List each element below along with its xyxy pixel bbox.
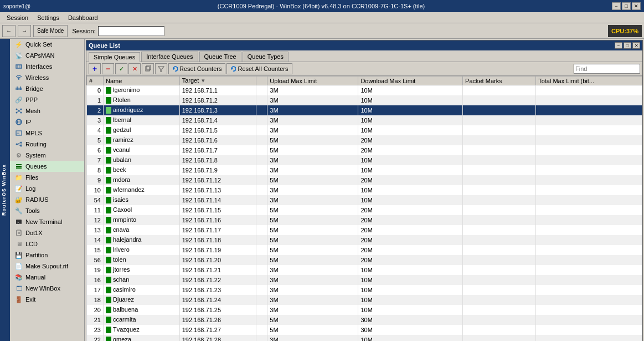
sidebar-item-files[interactable]: 📁 Files <box>10 172 84 183</box>
table-row[interactable]: 17casimiro192.168.71.233M10M <box>87 285 642 295</box>
queue-minimize-button[interactable]: − <box>615 42 622 49</box>
col-total[interactable]: Total Max Limit (bit... <box>536 77 642 85</box>
table-row[interactable]: 6vcanul192.168.71.75M20M <box>87 145 642 155</box>
table-row[interactable]: 12mmpinto192.168.71.165M20M <box>87 215 642 225</box>
svg-rect-0 <box>16 65 22 68</box>
minimize-button[interactable]: − <box>612 2 621 10</box>
table-row[interactable]: 21ccarmita192.168.71.265M30M <box>87 315 642 325</box>
sidebar-item-log[interactable]: 📝 Log <box>10 183 84 194</box>
table-row[interactable]: 16schan192.168.71.223M10M <box>87 275 642 285</box>
copy-queue-button[interactable] <box>142 63 154 74</box>
tab-queue-types[interactable]: Queue Types <box>243 52 288 62</box>
col-name[interactable]: Name <box>104 77 180 85</box>
table-row[interactable]: 1Rtolen192.168.71.23M10M <box>87 95 642 105</box>
disable-queue-button[interactable]: ✕ <box>128 63 141 74</box>
queues-icon <box>14 162 23 170</box>
sidebar-item-system[interactable]: ⚙ System <box>10 150 84 161</box>
sidebar-item-new-terminal[interactable]: >_ New Terminal <box>10 216 84 227</box>
col-download[interactable]: Download Max Limit <box>358 77 463 85</box>
cell-upload: 3M <box>267 125 358 135</box>
sidebar-item-queues[interactable]: Queues <box>10 161 84 172</box>
sidebar-item-manual[interactable]: 📚 Manual <box>10 272 84 283</box>
sidebar-item-capsman[interactable]: 📡 CAPsMAN <box>10 50 84 61</box>
table-row[interactable]: 54isaies192.168.71.143M10M <box>87 195 642 205</box>
cell-name: cnava <box>104 225 180 235</box>
find-input[interactable] <box>574 64 640 74</box>
maximize-button[interactable]: □ <box>622 2 631 10</box>
back-button[interactable]: ← <box>2 25 16 37</box>
table-row[interactable]: 5ramirez192.168.71.65M20M <box>87 135 642 145</box>
sidebar-item-radius[interactable]: 🔐 RADIUS <box>10 194 84 205</box>
sidebar-item-exit[interactable]: 🚪 Exit <box>10 294 84 305</box>
menu-settings[interactable]: Settings <box>33 13 64 22</box>
add-queue-button[interactable]: + <box>89 63 101 74</box>
table-row[interactable]: 23Tvazquez192.168.71.275M30M <box>87 325 642 335</box>
table-row[interactable]: 14halejandra192.168.71.185M20M <box>87 235 642 245</box>
remove-queue-button[interactable]: − <box>102 63 114 74</box>
table-row[interactable]: 8beek192.168.71.93M10M <box>87 165 642 175</box>
safe-mode-button[interactable]: Safe Mode <box>33 25 68 37</box>
sidebar-item-tools[interactable]: 🔧 Tools <box>10 205 84 216</box>
cell-total <box>536 235 642 245</box>
queue-close-button[interactable]: ✕ <box>632 42 640 49</box>
sidebar-item-dot1x[interactable]: Dot1X <box>10 227 84 238</box>
sidebar-item-wireless[interactable]: Wireless <box>10 72 84 83</box>
table-row[interactable]: 11Caxool192.168.71.155M20M <box>87 205 642 215</box>
col-num[interactable]: # <box>87 77 104 85</box>
reset-counters-button[interactable]: Reset Counters <box>168 63 225 74</box>
sidebar-item-ppp[interactable]: 🔗 PPP <box>10 94 84 105</box>
svg-rect-36 <box>147 65 151 70</box>
enable-queue-button[interactable]: ✓ <box>115 63 127 74</box>
reset-all-counters-button[interactable]: Reset All Counters <box>226 63 292 74</box>
sidebar-item-partition[interactable]: 💾 Partition <box>10 250 84 261</box>
cell-name: halejandra <box>104 235 180 245</box>
col-target[interactable]: Target ▾ <box>179 77 256 85</box>
sidebar-item-quick-set[interactable]: ⚡ Quick Set <box>10 39 84 50</box>
sidebar-item-lcd[interactable]: 🖥 LCD <box>10 238 84 250</box>
table-row[interactable]: 18Djuarez192.168.71.243M10M <box>87 295 642 305</box>
col-packet-marks[interactable]: Packet Marks <box>463 77 536 85</box>
queue-maximize-button[interactable]: □ <box>624 42 631 49</box>
table-row[interactable]: 3lbernal192.168.71.43M10M <box>87 115 642 125</box>
table-row[interactable]: 13cnava192.168.71.175M20M <box>87 225 642 235</box>
filter-button[interactable] <box>155 63 167 74</box>
sidebar-item-bridge[interactable]: Bridge <box>10 83 84 94</box>
cell-empty <box>256 325 267 335</box>
session-input[interactable] <box>98 26 164 36</box>
table-row[interactable]: 19jtorres192.168.71.213M10M <box>87 265 642 275</box>
sidebar-item-mesh[interactable]: Mesh <box>10 105 84 116</box>
cell-empty <box>256 195 267 205</box>
table-row[interactable]: 4gedzul192.168.71.53M10M <box>87 125 642 135</box>
sidebar-item-mpls[interactable]: M MPLS <box>10 128 84 139</box>
table-row[interactable]: 22gmeza192.168.71.283M10M <box>87 335 642 342</box>
table-row[interactable]: 7ubalan192.168.71.83M10M <box>87 155 642 165</box>
cell-marks <box>463 105 536 115</box>
cell-marks <box>463 215 536 225</box>
table-row[interactable]: 2airodriguez192.168.71.33M10M <box>87 105 642 115</box>
sidebar-item-new-winbox[interactable]: 🗔 New WinBox <box>10 283 84 294</box>
queue-table[interactable]: # Name Target ▾ Upload Max Limit Downloa… <box>86 76 642 341</box>
col-upload[interactable]: Upload Max Limit <box>267 77 358 85</box>
tab-interface-queues[interactable]: Interface Queues <box>141 52 198 62</box>
sidebar-item-routing[interactable]: Routing <box>10 139 84 150</box>
table-row[interactable]: 10wfernandez192.168.71.133M10M <box>87 185 642 195</box>
queue-tabs: Simple Queues Interface Queues Queue Tre… <box>86 50 642 62</box>
cell-download: 10M <box>358 165 463 175</box>
menu-session[interactable]: Session <box>2 13 33 22</box>
table-row[interactable]: 0lgeronimo192.168.71.13M10M <box>87 85 642 95</box>
cell-marks <box>463 245 536 255</box>
table-row[interactable]: 20balbuena192.168.71.253M10M <box>87 305 642 315</box>
sidebar-item-ip[interactable]: IP <box>10 116 84 128</box>
menu-dashboard[interactable]: Dashboard <box>64 13 102 22</box>
table-row[interactable]: 9mdora192.168.71.125M20M <box>87 175 642 185</box>
tab-simple-queues[interactable]: Simple Queues <box>89 52 140 62</box>
sidebar-item-make-supout[interactable]: 📄 Make Supout.rif <box>10 261 84 272</box>
sidebar-item-interfaces[interactable]: Interfaces <box>10 61 84 72</box>
table-row[interactable]: 15lrivero192.168.71.195M20M <box>87 245 642 255</box>
cell-total <box>536 135 642 145</box>
table-row[interactable]: 56tolen192.168.71.205M20M <box>87 255 642 265</box>
col-empty[interactable] <box>256 77 267 85</box>
tab-queue-tree[interactable]: Queue Tree <box>199 52 241 62</box>
close-button[interactable]: ✕ <box>632 2 641 10</box>
forward-button[interactable]: → <box>18 25 31 37</box>
